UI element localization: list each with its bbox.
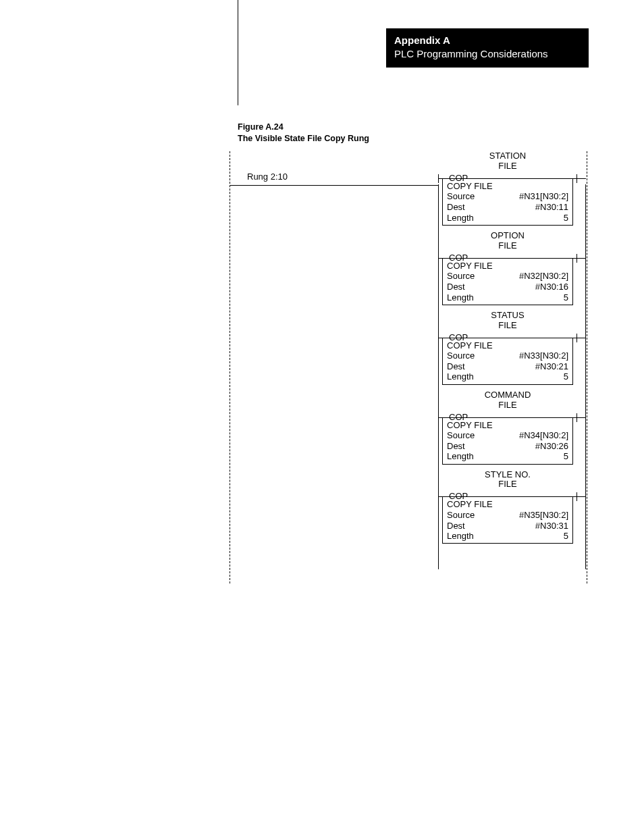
source-value: #N33[N30:2] <box>519 350 568 361</box>
appendix-title: PLC Programming Considerations <box>394 47 581 61</box>
output-connector <box>577 496 586 497</box>
length-label: Length <box>447 292 474 303</box>
instruction-box: COPY FILE Source#N31[N30:2] Dest#N30:11 … <box>442 178 573 226</box>
dest-value: #N30:21 <box>535 361 568 372</box>
rung-label: Rung 2:10 <box>247 172 288 182</box>
instruction-column: STATION FILE COP COPY FILE Source#N31[N3… <box>438 151 577 549</box>
cop-block: OPTION FILE COP COPY FILE Source#N32[N30… <box>438 231 577 305</box>
cop-block: STATUS FILE COP COPY FILE Source#N33[N30… <box>438 311 577 385</box>
figure-number: Figure A.24 <box>238 122 369 133</box>
appendix-label: Appendix A <box>394 34 581 47</box>
branch-line-right <box>585 184 586 569</box>
instruction-box: COPY FILE Source#N32[N30:2] Dest#N30:16 … <box>442 258 573 305</box>
instruction-box: COPY FILE Source#N33[N30:2] Dest#N30:21 … <box>442 338 573 385</box>
length-value: 5 <box>564 213 568 224</box>
figure-caption: Figure A.24 The Visible State File Copy … <box>238 122 369 145</box>
copy-file-title: COPY FILE <box>447 420 568 431</box>
length-label: Length <box>447 213 474 224</box>
block-header: STATUS FILE <box>438 311 577 331</box>
source-value: #N35[N30:2] <box>519 510 568 521</box>
ladder-rail-left <box>230 151 230 583</box>
copy-file-title: COPY FILE <box>447 181 568 192</box>
source-label: Source <box>447 510 475 521</box>
block-header-line1: STYLE NO. <box>485 469 531 479</box>
source-label: Source <box>447 350 475 361</box>
rung-line <box>238 185 438 186</box>
source-value: #N31[N30:2] <box>519 191 568 202</box>
figure-title-text: The Visible State File Copy Rung <box>238 133 369 145</box>
block-header-line2: FILE <box>498 320 516 330</box>
block-header-line1: STATUS <box>491 310 524 320</box>
source-value: #N32[N30:2] <box>519 271 568 282</box>
source-label: Source <box>447 191 475 202</box>
source-label: Source <box>447 271 475 282</box>
length-value: 5 <box>564 292 568 303</box>
dest-label: Dest <box>447 361 465 372</box>
instruction-box-wrap: COP COPY FILE Source#N31[N30:2] Dest#N30… <box>438 173 577 226</box>
length-label: Length <box>447 531 474 542</box>
dest-value: #N30:16 <box>535 282 568 292</box>
page-header-box: Appendix A PLC Programming Consideration… <box>386 28 589 68</box>
block-header: STYLE NO. FILE <box>438 470 577 490</box>
dest-label: Dest <box>447 202 465 213</box>
block-header-line2: FILE <box>498 240 516 251</box>
ladder-rung-tick <box>230 185 238 186</box>
length-label: Length <box>447 451 474 462</box>
length-value: 5 <box>564 531 568 542</box>
output-connector <box>577 178 586 179</box>
output-connector <box>577 338 586 338</box>
cop-block: STATION FILE COP COPY FILE Source#N31[N3… <box>438 151 577 226</box>
instruction-box: COPY FILE Source#N35[N30:2] Dest#N30:31 … <box>442 496 573 544</box>
instruction-box-wrap: COP COPY FILE Source#N35[N30:2] Dest#N30… <box>438 491 577 544</box>
header-vertical-rule <box>238 0 238 105</box>
copy-file-title: COPY FILE <box>447 499 568 510</box>
source-value: #N34[N30:2] <box>519 430 568 441</box>
copy-file-title: COPY FILE <box>447 340 568 351</box>
dest-value: #N30:26 <box>535 441 568 452</box>
copy-file-title: COPY FILE <box>447 261 568 271</box>
dest-value: #N30:31 <box>535 521 568 531</box>
instruction-box-wrap: COP COPY FILE Source#N34[N30:2] Dest#N30… <box>438 412 577 465</box>
block-header: STATION FILE <box>438 151 577 172</box>
dest-label: Dest <box>447 441 465 452</box>
block-header-line1: COMMAND <box>485 390 531 400</box>
output-connector <box>577 258 586 259</box>
cop-block: COMMAND FILE COP COPY FILE Source#N34[N3… <box>438 390 577 465</box>
instruction-box-wrap: COP COPY FILE Source#N32[N30:2] Dest#N30… <box>438 253 577 305</box>
length-label: Length <box>447 371 474 382</box>
block-header-line1: STATION <box>489 151 526 161</box>
dest-value: #N30:11 <box>535 202 568 213</box>
block-header-line2: FILE <box>498 161 516 171</box>
block-header-line2: FILE <box>498 479 516 489</box>
instruction-box-wrap: COP COPY FILE Source#N33[N30:2] Dest#N30… <box>438 332 577 385</box>
ladder-rail-right <box>587 151 587 583</box>
cop-block: STYLE NO. FILE COP COPY FILE Source#N35[… <box>438 470 577 544</box>
length-value: 5 <box>564 451 568 462</box>
dest-label: Dest <box>447 282 465 292</box>
instruction-box: COPY FILE Source#N34[N30:2] Dest#N30:26 … <box>442 417 573 465</box>
output-connector <box>577 417 586 418</box>
source-label: Source <box>447 430 475 441</box>
block-header-line2: FILE <box>498 400 516 410</box>
block-header-line1: OPTION <box>491 230 525 240</box>
dest-label: Dest <box>447 521 465 531</box>
block-header: OPTION FILE <box>438 231 577 251</box>
length-value: 5 <box>564 371 568 382</box>
block-header: COMMAND FILE <box>438 390 577 411</box>
